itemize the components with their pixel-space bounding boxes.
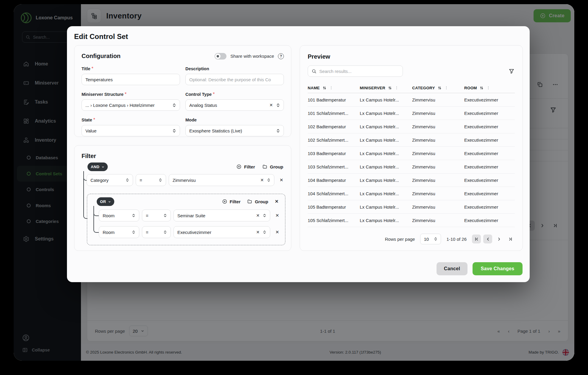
description-input[interactable]: [189, 77, 280, 82]
cell-miniserver: Lx Campus Hotelr...: [360, 218, 412, 223]
control-type-label: Control Type: [185, 92, 212, 97]
sort-icon[interactable]: [437, 86, 442, 90]
add-filter-button[interactable]: Filter: [222, 199, 241, 204]
table-row[interactable]: 104 Badtemperatur Lx Campus Hotelr... Zi…: [308, 174, 515, 187]
prev-page-icon[interactable]: [483, 235, 492, 243]
title-label: Title: [82, 66, 90, 71]
cell-category: Zimmervisu: [412, 124, 464, 129]
filter-value-select[interactable]: Zimmervisu ✕: [169, 174, 274, 186]
cell-miniserver: Lx Campus Hotelr...: [360, 151, 412, 156]
preview-search-field[interactable]: [308, 65, 403, 77]
clear-icon[interactable]: ✕: [269, 103, 273, 107]
share-with-workspace-toggle[interactable]: [215, 53, 226, 60]
table-row[interactable]: 105 Badtemperatur Lx Campus Hotelr... Zi…: [308, 200, 515, 214]
preview-search-input[interactable]: [319, 69, 399, 74]
table-row[interactable]: 102 Badtemperatur Lx Campus Hotelr... Zi…: [308, 120, 515, 133]
filter-value-select[interactable]: Seminar Suite ✕: [173, 210, 270, 221]
miniserver-structure-select[interactable]: ... › Loxone Campus › Hotelzimmer: [82, 99, 180, 111]
cell-room: Executivezimmer: [464, 204, 515, 210]
column-menu-icon[interactable]: [395, 86, 399, 90]
control-type-value: Analog Status: [189, 103, 267, 108]
remove-filter-icon[interactable]: ✕: [279, 177, 283, 183]
save-changes-button[interactable]: Save Changes: [473, 262, 523, 275]
control-type-select[interactable]: Analog Status ✕: [185, 99, 284, 111]
help-icon[interactable]: ?: [278, 53, 284, 59]
table-row[interactable]: 104 Schlafzimmert... Lx Campus Hotelr...…: [308, 187, 515, 200]
cell-name: 102 Schlafzimmert...: [308, 138, 360, 143]
filter-field-value: Room: [103, 213, 129, 218]
cell-name: 101 Badtemperatur: [308, 97, 360, 102]
title-input[interactable]: [85, 77, 176, 82]
cell-room: Executivezimmer: [464, 111, 515, 116]
sort-icon[interactable]: [322, 86, 327, 90]
rows-per-page-label: Rows per page: [385, 237, 415, 242]
column-menu-icon[interactable]: [444, 86, 448, 90]
remove-filter-icon[interactable]: ✕: [275, 229, 279, 235]
filter-group: OR Filter Group ✕ Room: [87, 194, 285, 245]
column-header-miniserver[interactable]: MINISERVER: [360, 86, 412, 90]
add-filter-label: Filter: [244, 164, 255, 169]
first-page-icon[interactable]: [472, 235, 481, 243]
cell-name: 103 Schlafzimmert...: [308, 164, 360, 169]
filter-value-select[interactable]: Executivezimmer ✕: [173, 226, 270, 238]
table-row[interactable]: 103 Schlafzimmert... Lx Campus Hotelr...…: [308, 160, 515, 174]
cell-category: Zimmervisu: [412, 164, 464, 169]
add-filter-button[interactable]: Filter: [236, 164, 255, 169]
add-group-button[interactable]: Group: [262, 164, 283, 169]
cancel-button[interactable]: Cancel: [437, 262, 467, 275]
app-window: Loxone Campus Search... Home: [14, 4, 574, 361]
cell-room: Executivezimmer: [464, 218, 515, 223]
filter-operator-select[interactable]: =: [142, 226, 171, 238]
remove-group-icon[interactable]: ✕: [275, 199, 279, 204]
column-menu-icon[interactable]: [329, 86, 333, 90]
sort-icon[interactable]: [479, 86, 484, 90]
filter-field-select[interactable]: Category: [87, 174, 133, 186]
next-page-icon[interactable]: [495, 235, 503, 243]
description-field[interactable]: [185, 74, 284, 85]
mode-select[interactable]: Exosphere Statistics (Live): [185, 125, 284, 136]
column-menu-icon[interactable]: [486, 86, 490, 90]
last-page-icon[interactable]: [506, 235, 515, 243]
cell-name: 103 Badtemperatur: [308, 151, 360, 156]
clear-icon[interactable]: ✕: [256, 230, 260, 235]
add-group-label: Group: [255, 199, 268, 204]
cell-name: 105 Badtemperatur: [308, 204, 360, 210]
cell-room: Executivezimmer: [464, 178, 515, 183]
filter-funnel-icon[interactable]: [508, 68, 515, 74]
table-row[interactable]: 101 Schlafzimmert... Lx Campus Hotelr...…: [308, 107, 515, 120]
column-header-room[interactable]: ROOM: [464, 86, 515, 90]
cell-name: 102 Badtemperatur: [308, 124, 360, 129]
table-row[interactable]: 101 Badtemperatur Lx Campus Hotelr... Zi…: [308, 93, 515, 107]
add-group-button[interactable]: Group: [247, 199, 268, 204]
clear-icon[interactable]: ✕: [256, 213, 260, 218]
configuration-heading: Configuration: [82, 53, 121, 60]
clear-icon[interactable]: ✕: [260, 178, 264, 182]
and-label: AND: [91, 165, 99, 169]
cell-category: Zimmervisu: [412, 178, 464, 183]
filter-field-select[interactable]: Room: [99, 226, 139, 238]
filter-field-select[interactable]: Room: [99, 210, 139, 221]
column-header-category[interactable]: CATEGORY: [412, 86, 464, 90]
structure-label: Miniserver Structure: [82, 92, 123, 97]
cell-room: Executivezimmer: [464, 97, 515, 102]
preview-table: NAME MINISERVER CATEGORY: [308, 83, 515, 227]
filter-operator-select[interactable]: =: [142, 210, 171, 221]
filter-heading: Filter: [82, 153, 96, 159]
table-row[interactable]: 102 Schlafzimmert... Lx Campus Hotelr...…: [308, 133, 515, 147]
column-header-name[interactable]: NAME: [308, 86, 360, 90]
remove-filter-icon[interactable]: ✕: [275, 213, 279, 218]
filter-operator-value: =: [146, 213, 161, 218]
table-row[interactable]: 103 Badtemperatur Lx Campus Hotelr... Zi…: [308, 147, 515, 160]
title-field[interactable]: [82, 74, 180, 85]
rows-per-page-select[interactable]: 10: [420, 234, 441, 244]
and-operator-pill[interactable]: AND: [87, 162, 108, 171]
filter-operator-select[interactable]: =: [136, 174, 166, 186]
cell-name: 104 Badtemperatur: [308, 178, 360, 183]
select-stepper-icon: [263, 230, 266, 235]
or-operator-pill[interactable]: OR: [97, 197, 114, 206]
table-row[interactable]: 105 Schlafzimmert... Lx Campus Hotelr...…: [308, 214, 515, 227]
state-select[interactable]: Value: [82, 125, 180, 136]
sort-icon[interactable]: [388, 86, 392, 90]
share-toggle-label: Share with workspace: [230, 54, 274, 59]
state-label: State: [82, 118, 92, 122]
